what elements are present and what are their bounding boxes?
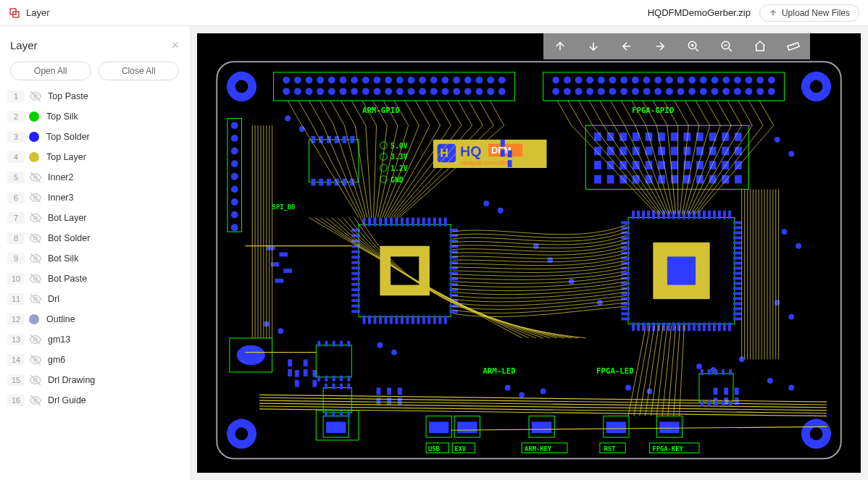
eye-off-icon[interactable] <box>29 394 42 407</box>
open-all-button[interactable]: Open All <box>10 62 91 80</box>
svg-rect-451 <box>701 400 704 406</box>
eye-off-icon[interactable] <box>29 171 42 184</box>
svg-rect-242 <box>621 272 630 275</box>
svg-rect-229 <box>667 322 670 331</box>
layer-row-bot-layer[interactable]: 7Bot Layer <box>7 208 182 228</box>
svg-rect-204 <box>637 211 640 219</box>
home-button[interactable] <box>743 33 777 59</box>
svg-point-108 <box>654 88 662 95</box>
svg-rect-223 <box>733 247 742 250</box>
svg-rect-318 <box>709 147 717 156</box>
layer-row-top-solder[interactable]: 3Top Solder <box>7 127 182 147</box>
layer-row-inner3[interactable]: 6Inner3 <box>7 188 182 208</box>
svg-rect-169 <box>412 218 414 227</box>
svg-rect-78 <box>543 72 785 101</box>
layer-row-drl-guide[interactable]: 16Drl Guide <box>7 390 182 410</box>
svg-rect-362 <box>429 422 448 434</box>
svg-point-73 <box>453 88 460 95</box>
svg-rect-458 <box>729 369 732 375</box>
ruler-button[interactable] <box>777 33 810 59</box>
svg-point-56 <box>487 77 494 84</box>
svg-point-114 <box>722 88 730 95</box>
svg-rect-141 <box>374 218 377 227</box>
layer-row-bot-silk[interactable]: 9Bot Silk <box>7 248 182 269</box>
svg-rect-253 <box>698 322 701 331</box>
svg-rect-432 <box>325 341 328 347</box>
svg-rect-434 <box>333 341 335 347</box>
svg-point-401 <box>782 229 788 235</box>
svg-rect-166 <box>406 316 409 324</box>
svg-rect-352 <box>350 136 354 143</box>
layer-name: Drl <box>48 294 59 304</box>
pan-left-button[interactable] <box>610 33 643 59</box>
svg-rect-288 <box>607 175 614 184</box>
eye-off-icon[interactable] <box>29 292 42 306</box>
svg-rect-182 <box>427 316 430 324</box>
layer-row-inner2[interactable]: 5Inner2 <box>7 167 182 188</box>
svg-point-100 <box>564 88 571 95</box>
svg-rect-210 <box>621 232 630 235</box>
svg-point-68 <box>396 88 404 95</box>
svg-rect-319 <box>709 161 717 169</box>
svg-rect-417 <box>398 388 402 395</box>
layer-row-outline[interactable]: 12Outline <box>7 309 182 329</box>
layer-row-bot-paste[interactable]: 10Bot Paste <box>7 269 182 289</box>
eye-off-icon[interactable] <box>29 333 42 346</box>
upload-button[interactable]: Upload New Files <box>759 4 859 22</box>
layer-row-gm6[interactable]: 14gm6 <box>7 350 182 370</box>
svg-rect-366 <box>532 422 551 434</box>
eye-off-icon[interactable] <box>29 252 42 265</box>
svg-rect-191 <box>351 305 360 308</box>
svg-rect-305 <box>671 132 678 141</box>
eye-off-icon[interactable] <box>29 191 42 204</box>
svg-point-382 <box>391 350 397 355</box>
svg-rect-227 <box>733 252 742 255</box>
pcb-canvas[interactable]: ARM-GPIO FPGA-GPIO 5.0V 3.3V 1.2V GND H … <box>197 33 861 473</box>
close-all-button[interactable]: Close All <box>99 62 180 80</box>
close-icon[interactable]: × <box>171 38 179 53</box>
svg-rect-251 <box>733 282 742 285</box>
svg-rect-37 <box>274 72 515 101</box>
pan-up-button[interactable] <box>543 33 577 59</box>
panel-title: Layer <box>10 39 38 51</box>
pan-right-button[interactable] <box>643 33 677 59</box>
zoom-out-button[interactable] <box>710 33 743 59</box>
svg-rect-260 <box>708 211 711 219</box>
layer-row-bot-solder[interactable]: 8Bot Solder <box>7 228 182 248</box>
svg-rect-423 <box>735 388 739 395</box>
eye-off-icon[interactable] <box>29 211 42 224</box>
pan-down-button[interactable] <box>577 33 610 59</box>
svg-point-55 <box>476 77 483 84</box>
layer-row-drl-drawing[interactable]: 15Drl Drawing <box>7 370 182 390</box>
layer-row-top-paste[interactable]: 1Top Paste <box>7 86 182 106</box>
svg-point-113 <box>711 88 719 95</box>
layer-name: gm6 <box>48 355 65 365</box>
eye-off-icon[interactable] <box>29 90 42 103</box>
svg-rect-170 <box>412 316 414 324</box>
svg-rect-232 <box>672 211 675 219</box>
svg-point-43 <box>340 77 347 84</box>
svg-rect-410 <box>304 369 308 376</box>
svg-rect-440 <box>323 388 351 413</box>
eye-off-icon[interactable] <box>29 374 42 387</box>
layer-row-top-silk[interactable]: 2Top Silk <box>7 106 182 127</box>
svg-rect-153 <box>390 218 393 227</box>
svg-rect-146 <box>379 316 382 324</box>
zoom-in-button[interactable] <box>677 33 710 59</box>
svg-point-97 <box>756 77 764 84</box>
svg-rect-284 <box>594 175 601 184</box>
layer-number: 15 <box>7 374 25 386</box>
layer-name: Bot Solder <box>48 233 90 243</box>
layer-row-top-layer[interactable]: 4Top Layer <box>7 147 182 167</box>
layer-row-drl[interactable]: 11Drl <box>7 289 182 309</box>
eye-off-icon[interactable] <box>29 353 42 366</box>
layer-row-gm13[interactable]: 13gm13 <box>7 329 182 350</box>
eye-off-icon[interactable] <box>29 232 42 245</box>
svg-rect-155 <box>351 256 360 258</box>
silk-fpga-led: FPGA-LED <box>596 366 634 376</box>
svg-rect-277 <box>728 322 731 331</box>
svg-point-59 <box>294 88 301 95</box>
svg-rect-185 <box>433 218 436 227</box>
eye-off-icon[interactable] <box>29 272 42 285</box>
svg-rect-437 <box>340 376 343 382</box>
